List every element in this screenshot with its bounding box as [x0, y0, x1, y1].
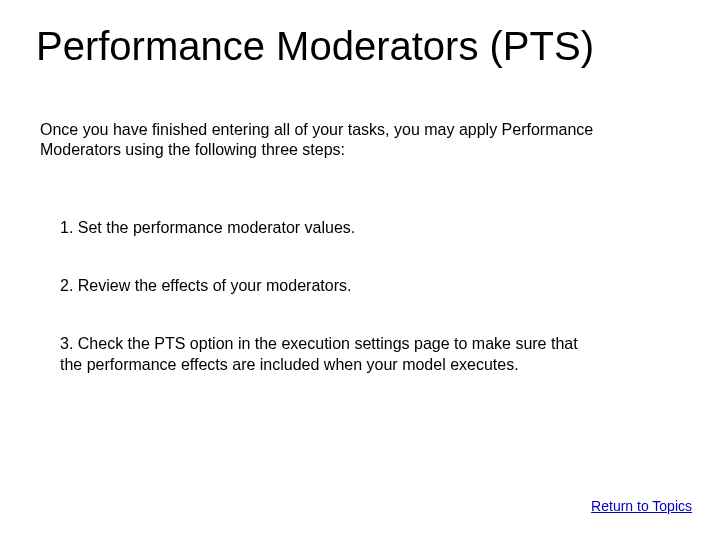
slide: Performance Moderators (PTS) Once you ha…: [0, 0, 720, 540]
step-2: 2. Review the effects of your moderators…: [60, 276, 600, 297]
step-1: 1. Set the performance moderator values.: [60, 218, 600, 239]
step-3: 3. Check the PTS option in the execution…: [60, 334, 580, 376]
intro-text: Once you have finished entering all of y…: [40, 120, 660, 160]
page-title: Performance Moderators (PTS): [36, 24, 684, 69]
return-to-topics-link[interactable]: Return to Topics: [591, 498, 692, 514]
